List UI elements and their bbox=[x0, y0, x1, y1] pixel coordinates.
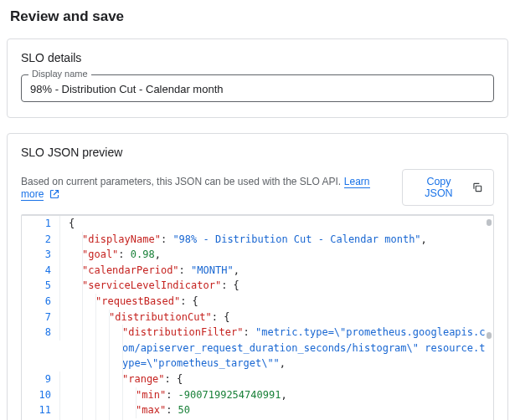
token-punc: , bbox=[281, 389, 286, 401]
code-line: 9"range": { bbox=[22, 371, 493, 387]
token-key: "displayName" bbox=[82, 233, 161, 245]
code-line: 3"goal": 0.98, bbox=[22, 247, 493, 263]
token-punc: : bbox=[161, 233, 173, 245]
token-punc: : { bbox=[165, 373, 183, 385]
token-str: "98% - Distribution Cut - Calendar month… bbox=[173, 233, 420, 245]
token-key: "min" bbox=[136, 389, 166, 401]
code-content: "goal": 0.98, bbox=[60, 247, 493, 263]
code-content: "calendarPeriod": "MONTH", bbox=[60, 263, 493, 279]
slo-json-preview-title: SLO JSON preview bbox=[21, 146, 494, 159]
code-content: "requestBased": { bbox=[60, 294, 493, 310]
slo-details-title: SLO details bbox=[21, 51, 494, 64]
token-punc: : bbox=[118, 248, 130, 260]
token-str: "MONTH" bbox=[191, 264, 234, 276]
code-content: "displayName": "98% - Distribution Cut -… bbox=[60, 232, 493, 248]
token-punc: : bbox=[179, 264, 191, 276]
json-code-box: 1{2"displayName": "98% - Distribution Cu… bbox=[21, 214, 494, 420]
token-punc: , bbox=[421, 233, 427, 245]
token-key: "calendarPeriod" bbox=[82, 264, 179, 276]
token-punc: , bbox=[280, 357, 286, 369]
line-number: 11 bbox=[22, 402, 60, 418]
code-line: 5"serviceLevelIndicator": { bbox=[22, 278, 493, 294]
token-num: -9007199254740991 bbox=[178, 389, 281, 401]
code-content: "distributionCut": { bbox=[60, 310, 493, 325]
code-content: "serviceLevelIndicator": { bbox=[60, 278, 493, 294]
line-number: 10 bbox=[22, 387, 60, 403]
token-key: "goal" bbox=[82, 248, 118, 260]
json-helper-text: Based on current parameters, this JSON c… bbox=[21, 176, 341, 187]
line-number: 7 bbox=[22, 310, 60, 325]
line-number: 4 bbox=[22, 263, 60, 279]
page-title: Review and save bbox=[10, 8, 508, 25]
code-content: { bbox=[60, 216, 493, 232]
code-content: "min": -9007199254740991, bbox=[60, 387, 493, 403]
slo-json-preview-card: SLO JSON preview Based on current parame… bbox=[7, 133, 508, 420]
display-name-input[interactable] bbox=[30, 83, 485, 95]
token-punc: { bbox=[69, 218, 75, 229]
code-line: 8"distributionFilter": "metric.type=\"pr… bbox=[22, 325, 493, 371]
line-number: 6 bbox=[22, 294, 60, 310]
line-number: 3 bbox=[22, 247, 60, 263]
token-punc: : bbox=[166, 389, 178, 401]
token-punc: : bbox=[244, 326, 255, 338]
code-line: 1{ bbox=[22, 216, 493, 232]
token-key: "max" bbox=[136, 404, 166, 416]
svg-rect-0 bbox=[476, 186, 481, 191]
code-content: "max": 50 bbox=[60, 402, 493, 418]
line-number: 5 bbox=[22, 278, 60, 294]
external-link-icon bbox=[49, 189, 59, 199]
code-line: 7"distributionCut": { bbox=[22, 310, 493, 325]
code-content: "range": { bbox=[60, 371, 493, 387]
line-number: 8 bbox=[22, 325, 60, 341]
token-key: "range" bbox=[122, 373, 165, 385]
copy-icon bbox=[471, 182, 483, 193]
token-punc: , bbox=[155, 248, 161, 260]
code-line: 11"max": 50 bbox=[22, 402, 493, 418]
display-name-label: Display name bbox=[28, 69, 91, 79]
line-number: 2 bbox=[22, 232, 60, 248]
token-key: "serviceLevelIndicator" bbox=[82, 279, 221, 291]
line-number: 1 bbox=[22, 216, 60, 232]
token-key: "requestBased" bbox=[95, 295, 180, 307]
code-line: 4"calendarPeriod": "MONTH", bbox=[22, 263, 493, 279]
token-key: "distributionFilter" bbox=[122, 326, 244, 338]
code-content: "distributionFilter": "metric.type=\"pro… bbox=[60, 325, 493, 371]
code-line: 10"min": -9007199254740991, bbox=[22, 387, 493, 403]
token-key: "distributionCut" bbox=[109, 311, 212, 323]
display-name-field[interactable]: Display name bbox=[21, 74, 494, 102]
copy-json-button[interactable]: Copy JSON bbox=[402, 169, 494, 206]
slo-details-card: SLO details Display name bbox=[7, 38, 508, 118]
token-num: 0.98 bbox=[131, 248, 155, 260]
token-punc: , bbox=[234, 264, 239, 276]
token-punc: : bbox=[166, 404, 178, 416]
code-line: 2"displayName": "98% - Distribution Cut … bbox=[22, 232, 493, 248]
token-num: 50 bbox=[178, 404, 190, 416]
json-helper-row: Based on current parameters, this JSON c… bbox=[21, 175, 394, 200]
token-punc: : { bbox=[180, 295, 198, 307]
token-punc: : { bbox=[212, 311, 230, 323]
code-line: 6"requestBased": { bbox=[22, 294, 493, 310]
token-punc: : { bbox=[221, 279, 239, 291]
copy-json-label: Copy JSON bbox=[413, 176, 465, 199]
line-number: 9 bbox=[22, 371, 60, 387]
